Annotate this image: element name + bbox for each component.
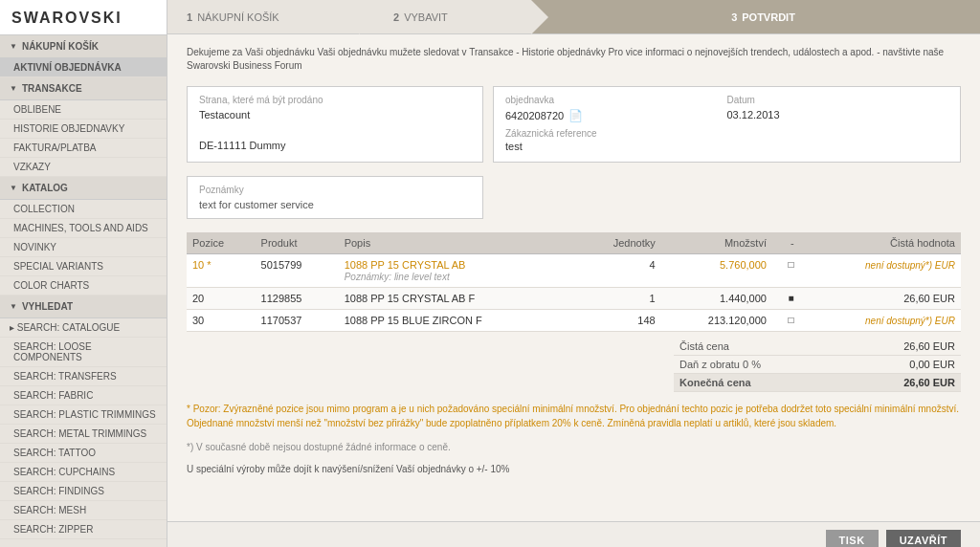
sold-to-box: Strana, které má být prodáno Testacount … [187,86,483,163]
logo: SWAROVSKI [0,0,167,35]
step3-label: POTVRDIT [742,11,795,23]
th-popis: Popis [339,232,576,254]
sidebar-item-collection[interactable]: COLLECTION [0,200,167,219]
step-1[interactable]: 1 NÁKUPNÍ KOŠÍK [167,0,359,33]
sidebar-item-search-findings[interactable]: SEARCH: FINDINGS [0,482,167,501]
cell-icon[interactable]: ■ [772,288,800,310]
ref-value: test [505,141,948,152]
sidebar-search-catalogue[interactable]: ▸ SEARCH: CATALOGUE [0,318,167,338]
order-table: Pozice Produkt Popis Jednotky Množství -… [187,232,961,332]
notes-box: Poznámky text for customer service [187,176,483,219]
totals-cista-cena: Čistá cena 26,60 EUR [674,338,961,356]
th-jednotky: Jednotky [576,232,661,254]
arrow-icon: ▼ [10,84,17,93]
konecna-value: 26,60 EUR [903,377,955,388]
info-boxes: Strana, které má být prodáno Testacount … [187,86,961,163]
th-dash: - [772,232,800,254]
account-code: DE-11111 Dummy [199,140,471,151]
cell-cista-hodnota: není dostupný*) EUR [800,310,961,332]
order-number: 6420208720 [505,110,564,121]
sidebar-item-aktivni-objednavka[interactable]: AKTIVNÍ OBJEDNÁVKA [0,58,167,77]
order-info-box: objednavka 6420208720 📄 Datum 03.12.2013… [493,86,961,163]
step1-arrow [359,0,376,34]
th-produkt: Produkt [256,232,339,254]
sidebar-item-search-transfers[interactable]: SEARCH: TRANSFERS [0,367,167,386]
cell-popis: 1088 PP 15 CRYSTAL AB F [339,288,576,310]
cell-cista-hodnota: není dostupný*) EUR [800,254,961,288]
cell-pozice: 20 [187,288,256,310]
product-note: Poznámky: line level text [345,272,450,282]
sidebar-item-search-tattoo[interactable]: SEARCH: TATTOO [0,444,167,463]
sidebar-item-search-zipper[interactable]: SEARCH: ZIPPER [0,520,167,539]
cell-icon[interactable]: □ [772,310,800,332]
cell-icon[interactable]: □ [772,254,800,288]
sidebar-item-special-variants[interactable]: SPECIAL VARIANTS [0,257,167,276]
order-label: objednavka [505,95,727,105]
sidebar-item-search-cupchains[interactable]: SEARCH: CUPCHAINS [0,463,167,482]
table-header-row: Pozice Produkt Popis Jednotky Množství -… [187,232,961,254]
cell-jednotky: 148 [576,310,661,332]
sidebar-item-search-loose[interactable]: SEARCH: LOOSE COMPONENTS [0,338,167,367]
sidebar-item-vzkazy[interactable]: VZKAZY [0,158,167,177]
footnote1: * Pozor: Zvýrazněné pozice jsou mimo pro… [187,402,961,430]
order-info-grid: objednavka 6420208720 📄 Datum 03.12.2013 [505,95,948,122]
konecna-label: Konečná cena [679,377,751,388]
sidebar-item-search-mesh[interactable]: SEARCH: MESH [0,501,167,520]
cista-cena-value: 26,60 EUR [903,340,955,352]
sidebar-item-faktura[interactable]: FAKTURA/PLATBA [0,139,167,158]
sidebar-section-katalog[interactable]: ▼ KATALOG [0,177,167,200]
product-link[interactable]: 1088 PP 15 CRYSTAL AB [345,259,466,271]
sold-to-label: Strana, které má být prodáno [199,95,471,105]
arrow-icon: ▼ [10,302,17,311]
cell-pozice: 30 [187,310,256,332]
date-col: Datum 03.12.2013 [727,95,949,122]
cell-mnozstvi: 5.760,000 [661,254,772,288]
step2-num: 2 [393,11,399,23]
sidebar-section-nakupni-kosik[interactable]: ▼ NÁKUPNÍ KOŠÍK [0,35,167,58]
cell-popis: 1088 PP 15 BLUE ZIRCON F [339,310,576,332]
arrow-icon: ▼ [10,42,17,51]
sidebar-item-search-metal[interactable]: SEARCH: METAL TRIMMINGS [0,425,167,444]
sidebar-item-search-fabric[interactable]: SEARCH: FABRIC [0,386,167,405]
date-label: Datum [727,95,949,105]
sidebar-item-novinky[interactable]: NOVINKY [0,238,167,257]
order-num-row: 6420208720 📄 [505,109,727,122]
sidebar-section-label: NÁKUPNÍ KOŠÍK [22,41,99,52]
sidebar-section-label: TRANSAKCE [22,83,82,94]
totals-konecna: Konečná cena 26,60 EUR [674,374,961,392]
sidebar-item-oblibene[interactable]: OBLIBENE [0,100,167,120]
cell-produkt: 1170537 [256,310,339,332]
sidebar-item-color-charts[interactable]: COLOR CHARTS [0,276,167,295]
cista-cena-label: Čistá cena [679,340,729,352]
content-area: Dekujeme za Vaši objednávku Vaši objedná… [167,34,980,521]
th-cista-hodnota: Čistá hodnota [800,232,961,254]
sidebar-item-machines[interactable]: MACHINES, TOOLS AND AIDS [0,219,167,238]
sidebar-section-transakce[interactable]: ▼ TRANSAKCE [0,77,167,100]
step1-num: 1 [187,11,192,23]
table-row: 10 *50157991088 PP 15 CRYSTAL ABPoznámky… [187,254,961,288]
sidebar-item-historie[interactable]: HISTORIE OBJEDNAVKY [0,120,167,139]
cell-produkt: 5015799 [256,254,339,288]
dan-label: Daň z obratu 0 % [679,359,761,370]
sidebar-section-vyhledat[interactable]: ▼ VYHLEDAT [0,295,167,318]
step-3[interactable]: 3 POTVRDIT [531,0,980,33]
sidebar: SWAROVSKI ▼ NÁKUPNÍ KOŠÍK AKTIVNÍ OBJEDN… [0,0,167,547]
notes-value: text for customer service [199,199,471,210]
arrow-icon: ▼ [10,184,17,192]
ref-label: Zákaznická reference [505,128,948,139]
print-button[interactable]: TISK [826,530,879,547]
step-2[interactable]: 2 VYBAVIT [359,0,531,33]
action-bar: TISK UZAVŘÍT [167,521,980,547]
step3-num: 3 [731,11,737,23]
step2-label: VYBAVIT [404,11,448,23]
date-value: 03.12.2013 [727,109,949,120]
cell-pozice: 10 * [187,254,256,288]
main-content: 1 NÁKUPNÍ KOŠÍK 2 VYBAVIT 3 POTVRDIT Dek… [167,0,980,547]
close-button[interactable]: UZAVŘÍT [886,530,961,547]
sidebar-item-search-plastic[interactable]: SEARCH: PLASTIC TRIMMINGS [0,405,167,425]
footnote2: *) V současné době nejsou dostupné žádné… [187,440,961,454]
pdf-icon[interactable]: 📄 [568,109,583,122]
dan-value: 0,00 EUR [909,359,955,370]
th-pozice: Pozice [187,232,256,254]
steps-bar: 1 NÁKUPNÍ KOŠÍK 2 VYBAVIT 3 POTVRDIT [167,0,980,34]
